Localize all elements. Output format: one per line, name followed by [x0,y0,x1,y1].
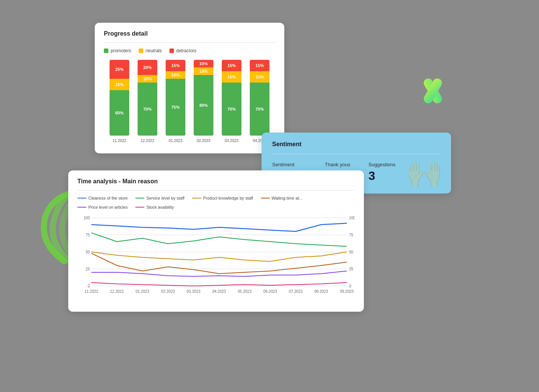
bar-group: 70%15%15%03.2023 [220,60,243,143]
bar-group: 80%10%10%02.2023 [192,60,215,143]
svg-text:25: 25 [349,267,354,271]
metric-label-1: Thank yous [325,162,350,167]
bar-group: 70%15%15%04.2023 [248,60,271,143]
svg-text:05.2023: 05.2023 [238,289,252,294]
neutral-segment: 10% [138,75,157,83]
legend-neutrals: neutrals [139,48,162,53]
bar-x-label: 03.2023 [225,139,238,143]
legend-promoters: promoters [104,48,131,53]
promoter-segment: 75% [166,79,185,136]
svg-text:75: 75 [349,233,354,237]
time-legend-item-2: Product knowledge by staff [192,196,253,200]
legend-line-swatch-1 [135,198,144,198]
promoter-segment: 70% [250,83,270,136]
svg-text:02.2023: 02.2023 [161,289,175,294]
neutral-segment: 15% [222,71,241,83]
promoter-segment: 70% [138,83,157,136]
legend-line-label-1: Service level by staff [146,196,185,200]
svg-text:100: 100 [83,216,90,220]
time-legend: Cleaness of the storeService level by st… [77,196,355,209]
bar-x-label: 12.2022 [141,139,154,143]
neutral-segment: 10% [194,67,213,75]
neutral-segment: 15% [250,71,270,83]
bar-x-label: 02.2023 [197,139,210,143]
svg-text:100: 100 [349,216,355,220]
promoter-dot [104,48,108,53]
time-legend-item-4: Price level on articles [77,205,128,209]
time-legend-item-1: Service level by staff [135,196,185,200]
neutral-label: neutrals [146,48,162,53]
detractor-segment: 15% [250,60,270,71]
legend-line-swatch-3 [261,198,270,198]
legend-line-label-2: Product knowledge by staff [203,196,253,200]
legend-line-label-5: Stock avaibility [146,205,174,209]
svg-text:06.2023: 06.2023 [263,289,277,294]
legend-line-swatch-2 [192,198,201,198]
progress-detail-card: Progress detail promoters neutrals detra… [95,23,284,153]
detractor-dot [169,48,174,53]
legend-line-label-3: Waiting time at... [272,196,303,200]
bar-x-label: 01.2023 [169,139,182,143]
detractor-segment: 15% [222,60,241,71]
svg-text:03.2023: 03.2023 [187,289,201,294]
time-chart-svg: 0025255050757510010011.202212.202201.202… [77,214,355,301]
neutral-segment: 10% [166,71,185,79]
time-card-title: Time analysis - Main reason [77,178,355,185]
svg-text:08.2023: 08.2023 [315,289,329,294]
sentiment-metric-2: Suggestions3 [368,162,396,183]
time-legend-item-5: Stock avaibility [135,205,174,209]
bar-x-label: 11.2022 [113,139,126,143]
bar-group: 75%10%15%01.2023 [164,60,187,143]
svg-text:12.2022: 12.2022 [110,289,124,294]
metric-label-2: Suggestions [368,162,396,167]
bar-group: 70%10%20%12.2022 [136,60,159,143]
time-card-divider [77,190,355,191]
bar-group: 60%15%25%11.2022 [108,60,131,143]
hands-icon: 🙌 [406,154,443,190]
decorative-x-shape [418,76,448,106]
bar-chart: 60%15%25%11.202270%10%20%12.202275%10%15… [104,59,275,143]
svg-text:50: 50 [349,250,354,254]
svg-text:09.2023: 09.2023 [340,289,354,294]
promoter-label: promoters [111,48,131,53]
detractor-segment: 15% [166,60,185,71]
svg-text:07.2023: 07.2023 [289,289,303,294]
svg-text:0: 0 [88,284,90,288]
detractor-segment: 25% [110,60,129,79]
detractor-segment: 10% [194,60,213,67]
neutral-dot [139,48,143,53]
svg-text:50: 50 [86,250,90,254]
detractor-label: detractors [176,48,196,53]
svg-text:01.2023: 01.2023 [136,289,150,294]
legend-line-swatch-4 [77,207,86,208]
metric-label-0: Sentiment [272,162,307,167]
progress-card-divider [104,42,275,43]
legend-line-swatch-5 [135,207,144,208]
svg-text:25: 25 [86,267,90,271]
svg-text:11.2022: 11.2022 [85,289,99,294]
sentiment-card-title: Sentiment [272,141,440,148]
promoter-segment: 70% [222,83,241,136]
metric-value-2: 3 [368,169,396,183]
legend-line-label-0: Cleaness of the store [88,196,128,200]
legend-detractors: detractors [169,48,196,53]
svg-text:04.2023: 04.2023 [212,289,226,294]
svg-text:0: 0 [349,284,351,288]
legend-line-label-4: Price level on articles [88,205,128,209]
progress-legend: promoters neutrals detractors [104,48,275,53]
legend-line-swatch-0 [77,198,86,198]
promoter-segment: 60% [110,90,129,136]
progress-card-title: Progress detail [104,30,275,37]
promoter-segment: 80% [194,75,213,136]
time-legend-item-0: Cleaness of the store [77,196,128,200]
detractor-segment: 20% [138,60,157,75]
time-legend-item-3: Waiting time at... [261,196,303,200]
time-analysis-card: Time analysis - Main reason Cleaness of … [68,170,364,312]
neutral-segment: 15% [110,79,129,90]
svg-text:75: 75 [86,233,90,237]
